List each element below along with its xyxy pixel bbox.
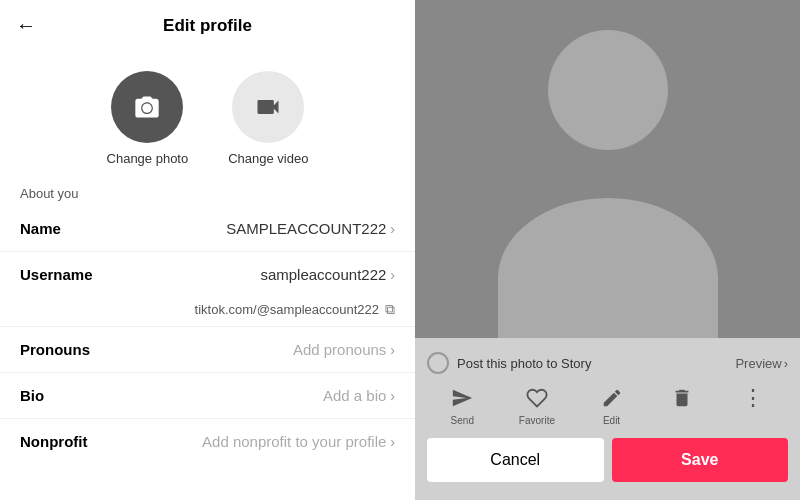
change-video-button[interactable]: Change video bbox=[228, 71, 308, 166]
left-panel: ← Edit profile Change photo Change video… bbox=[0, 0, 415, 500]
delete-action[interactable] bbox=[668, 384, 696, 426]
post-story-left: Post this photo to Story bbox=[427, 352, 591, 374]
photo-circle bbox=[111, 71, 183, 143]
username-value: sampleaccount222 › bbox=[260, 266, 395, 283]
photo-section: Change photo Change video bbox=[0, 51, 415, 176]
edit-icon bbox=[598, 384, 626, 412]
field-list: Name SAMPLEACCOUNT222 › Username samplea… bbox=[0, 206, 415, 500]
story-toggle[interactable] bbox=[427, 352, 449, 374]
preview-link[interactable]: Preview › bbox=[735, 356, 788, 371]
save-button[interactable]: Save bbox=[612, 438, 789, 482]
bottom-overlay: Post this photo to Story Preview › Send … bbox=[415, 338, 800, 500]
nonprofit-value: Add nonprofit to your profile › bbox=[202, 433, 395, 450]
avatar-shape bbox=[415, 0, 800, 338]
post-story-text: Post this photo to Story bbox=[457, 356, 591, 371]
send-label: Send bbox=[451, 415, 474, 426]
about-label: About you bbox=[20, 186, 79, 201]
change-video-label: Change video bbox=[228, 151, 308, 166]
action-icons: Send Favorite Edit ⋮ bbox=[415, 380, 800, 432]
bio-chevron: › bbox=[390, 388, 395, 404]
name-chevron: › bbox=[390, 221, 395, 237]
delete-icon bbox=[668, 384, 696, 412]
avatar-head bbox=[548, 30, 668, 150]
video-circle bbox=[232, 71, 304, 143]
favorite-icon bbox=[523, 384, 551, 412]
send-icon bbox=[448, 384, 476, 412]
svg-point-0 bbox=[143, 104, 152, 113]
preview-chevron: › bbox=[784, 356, 788, 371]
pronouns-field[interactable]: Pronouns Add pronouns › bbox=[0, 327, 415, 373]
nonprofit-label: Nonprofit bbox=[20, 433, 110, 450]
username-field[interactable]: Username sampleaccount222 › bbox=[0, 252, 415, 297]
username-chevron: › bbox=[390, 267, 395, 283]
pronouns-label: Pronouns bbox=[20, 341, 110, 358]
username-label: Username bbox=[20, 266, 110, 283]
more-icon: ⋮ bbox=[739, 384, 767, 412]
back-button[interactable]: ← bbox=[16, 14, 36, 37]
copy-icon[interactable]: ⧉ bbox=[385, 301, 395, 318]
avatar-preview bbox=[415, 0, 800, 338]
change-photo-button[interactable]: Change photo bbox=[107, 71, 189, 166]
name-label: Name bbox=[20, 220, 110, 237]
edit-action[interactable]: Edit bbox=[598, 384, 626, 426]
username-section: Username sampleaccount222 › tiktok.com/@… bbox=[0, 252, 415, 327]
username-url-text: tiktok.com/@sampleaccount222 bbox=[195, 302, 379, 317]
change-photo-label: Change photo bbox=[107, 151, 189, 166]
bio-label: Bio bbox=[20, 387, 110, 404]
avatar-body bbox=[498, 198, 718, 338]
pronouns-chevron: › bbox=[390, 342, 395, 358]
cancel-button[interactable]: Cancel bbox=[427, 438, 604, 482]
preview-label: Preview bbox=[735, 356, 781, 371]
more-action[interactable]: ⋮ bbox=[739, 384, 767, 426]
favorite-label: Favorite bbox=[519, 415, 555, 426]
favorite-action[interactable]: Favorite bbox=[519, 384, 555, 426]
name-value: SAMPLEACCOUNT222 › bbox=[226, 220, 395, 237]
bio-field[interactable]: Bio Add a bio › bbox=[0, 373, 415, 419]
username-url-row: tiktok.com/@sampleaccount222 ⧉ bbox=[0, 297, 415, 327]
right-panel: Post this photo to Story Preview › Send … bbox=[415, 0, 800, 500]
edit-label: Edit bbox=[603, 415, 620, 426]
post-story-row: Post this photo to Story Preview › bbox=[415, 346, 800, 380]
page-title: Edit profile bbox=[163, 16, 252, 36]
nonprofit-chevron: › bbox=[390, 434, 395, 450]
pronouns-value: Add pronouns › bbox=[293, 341, 395, 358]
bottom-buttons: Cancel Save bbox=[415, 432, 800, 492]
name-field[interactable]: Name SAMPLEACCOUNT222 › bbox=[0, 206, 415, 252]
header: ← Edit profile bbox=[0, 0, 415, 51]
nonprofit-field[interactable]: Nonprofit Add nonprofit to your profile … bbox=[0, 419, 415, 464]
bio-value: Add a bio › bbox=[323, 387, 395, 404]
about-section: About you bbox=[0, 176, 415, 206]
send-action[interactable]: Send bbox=[448, 384, 476, 426]
